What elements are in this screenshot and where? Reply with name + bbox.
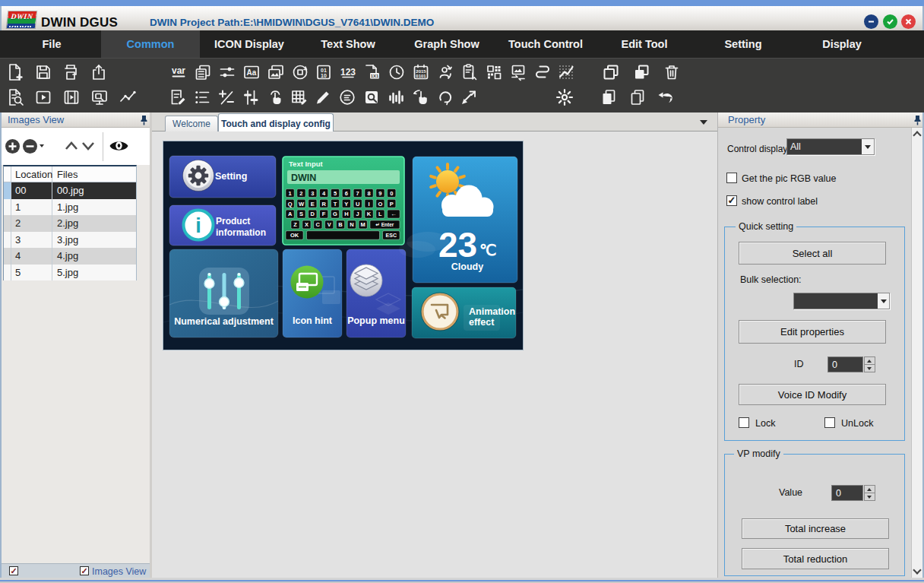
search-doc-icon[interactable]	[5, 87, 25, 107]
add-image-icon[interactable]	[5, 139, 20, 154]
property-scrollbar[interactable]	[911, 128, 922, 578]
key-backspace[interactable]: ←	[388, 210, 400, 218]
stack-link-icon[interactable]	[533, 62, 552, 82]
key-H[interactable]: H	[342, 210, 350, 218]
screen-play-icon[interactable]	[90, 87, 109, 107]
pencil-icon[interactable]	[313, 87, 333, 107]
combo-caret-button[interactable]	[878, 293, 889, 309]
key-M[interactable]: M	[359, 220, 367, 229]
total-increase-button[interactable]: Total increase	[742, 518, 889, 539]
image-location[interactable]: 3	[11, 232, 52, 249]
export-icon[interactable]	[89, 62, 109, 82]
menu-item-graph-show[interactable]: Graph Show	[397, 30, 496, 58]
touch-hand-icon[interactable]	[265, 87, 285, 107]
key-esc[interactable]: ESC	[383, 231, 400, 240]
pages-outline-icon[interactable]	[628, 87, 647, 107]
footer-images-view-label[interactable]: Images View	[92, 566, 146, 577]
paste-icon[interactable]	[631, 62, 651, 82]
menu-item-display[interactable]: Display	[793, 30, 891, 58]
gesture-swipe-icon[interactable]	[410, 87, 430, 107]
key-Z[interactable]: Z	[291, 220, 299, 229]
new-file-icon[interactable]	[5, 62, 25, 82]
close-button[interactable]	[901, 14, 916, 29]
location-column-header[interactable]: Location	[11, 166, 52, 182]
scroll-down-icon[interactable]	[913, 566, 921, 574]
key-D[interactable]: D	[309, 210, 317, 218]
image-location[interactable]: 4	[11, 248, 52, 265]
image-row-00[interactable]: 0000.jpg	[4, 182, 136, 199]
key-E[interactable]: E	[309, 199, 317, 208]
qr-grid-icon[interactable]	[484, 62, 504, 82]
edit-properties-button[interactable]: Edit properties	[739, 320, 886, 344]
tab-list-caret-icon[interactable]	[700, 120, 707, 125]
save-icon[interactable]	[33, 62, 53, 82]
image-file[interactable]: 3.jpg	[52, 232, 136, 249]
image-row-2[interactable]: 22.jpg	[4, 215, 136, 232]
delete-icon[interactable]	[662, 62, 682, 82]
hmi-tile-numerical-adjustment[interactable]: Numerical adjustment	[169, 249, 278, 337]
tab-touch-and-display-config[interactable]: Touch and display config	[218, 113, 334, 131]
image-row-1[interactable]: 11.jpg	[4, 199, 136, 216]
scroll-up-icon[interactable]	[913, 131, 921, 139]
key-A[interactable]: A	[286, 210, 294, 218]
undo-icon[interactable]	[657, 87, 676, 107]
hmi-tile-animation-effect[interactable]: Animationeffect	[412, 287, 516, 338]
refresh-image-icon[interactable]	[290, 62, 310, 82]
key-0[interactable]: 0	[388, 189, 396, 198]
value-spinbox[interactable]: 0	[831, 485, 875, 501]
menu-item-text-show[interactable]: Text Show	[299, 30, 397, 58]
key-S[interactable]: S	[297, 210, 305, 218]
play-icon[interactable]	[33, 87, 53, 107]
key-F[interactable]: F	[320, 210, 328, 218]
confirm-button[interactable]	[883, 14, 897, 29]
get-pic-rgb-checkbox[interactable]	[726, 173, 737, 183]
design-canvas[interactable]: SettingiProductinformationNumerical adju…	[152, 131, 717, 578]
key-J[interactable]: J	[353, 210, 362, 218]
print-icon[interactable]	[61, 62, 81, 82]
menu-item-common[interactable]: Common	[101, 30, 200, 58]
var-icon[interactable]: var	[169, 62, 188, 82]
disk-search-icon[interactable]	[362, 87, 381, 107]
num-123-icon[interactable]: 123	[338, 62, 358, 82]
remove-dropdown-caret[interactable]	[40, 144, 44, 147]
key-Q[interactable]: Q	[286, 199, 294, 208]
key-9[interactable]: 9	[376, 189, 384, 198]
copy-icon[interactable]	[601, 62, 621, 82]
key-R[interactable]: R	[320, 199, 328, 208]
key-6[interactable]: 6	[342, 189, 350, 198]
image-file[interactable]: 4.jpg	[52, 248, 136, 265]
row-selector[interactable]	[4, 265, 11, 281]
value-spin-down[interactable]	[864, 493, 875, 501]
minimize-button[interactable]	[864, 14, 878, 29]
list-bullets-icon[interactable]	[192, 87, 212, 107]
key-2[interactable]: 2	[297, 189, 305, 198]
key-G[interactable]: G	[331, 210, 339, 218]
image-swap-icon[interactable]	[508, 62, 528, 82]
image-row-5[interactable]: 55.jpg	[4, 265, 136, 281]
menu-item-file[interactable]: File	[2, 30, 101, 58]
lock-checkbox[interactable]	[739, 417, 749, 428]
menu-item-edit-tool[interactable]: Edit Tool	[595, 30, 694, 58]
curve-icon[interactable]	[118, 87, 138, 107]
image-row-3[interactable]: 33.jpg	[4, 232, 136, 249]
select-all-button[interactable]: Select all	[739, 242, 886, 265]
row-selector[interactable]	[4, 215, 11, 232]
menu-item-icon-display[interactable]: ICON Display	[200, 30, 299, 58]
key-O[interactable]: O	[376, 199, 384, 208]
image-file[interactable]: 5.jpg	[52, 265, 136, 281]
key-Y[interactable]: Y	[342, 199, 350, 208]
sliders-h-icon[interactable]	[217, 62, 237, 82]
key-8[interactable]: 8	[365, 189, 373, 198]
files-column-header[interactable]: Files	[52, 166, 136, 182]
total-reduction-button[interactable]: Total reduction	[742, 548, 889, 569]
hmi-tile-popup-menu[interactable]: Popup menu	[346, 249, 406, 337]
menu-item-touch-control[interactable]: Touch Control	[496, 30, 595, 58]
hmi-tile-icon-hint[interactable]: Icon hint	[283, 249, 342, 337]
calendar-icon[interactable]: 20150101	[411, 62, 431, 82]
hmi-tile-product-information[interactable]: iProductinformation	[169, 205, 276, 246]
key-space[interactable]	[307, 231, 380, 240]
film-frames-icon[interactable]	[193, 62, 213, 82]
move-down-icon[interactable]	[81, 140, 95, 152]
key-N[interactable]: N	[347, 220, 356, 229]
film-play-icon[interactable]	[62, 87, 81, 107]
